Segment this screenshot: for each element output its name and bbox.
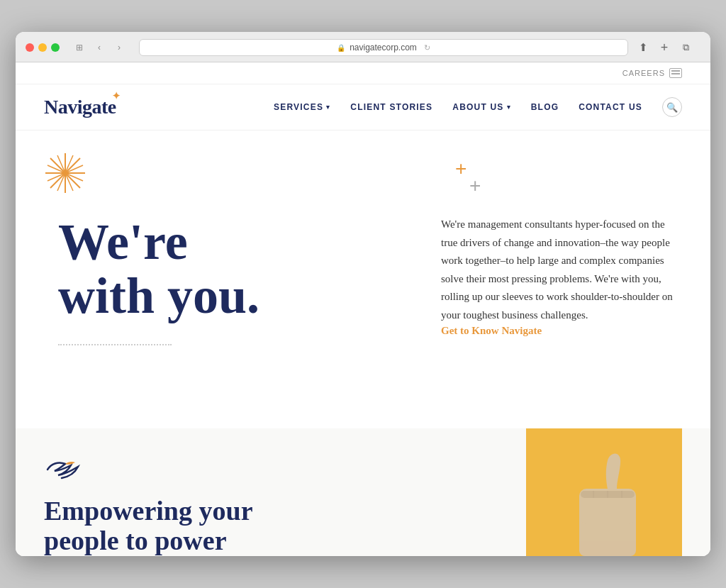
address-bar[interactable]: 🔒 navigatecorp.com ↻ [139,39,628,56]
nav-services[interactable]: SERVICES ▾ [274,102,330,112]
hero-title-line2: with you. [58,270,413,323]
browser-titlebar: ⊞ ‹ › 🔒 navigatecorp.com ↻ ⬆ + ⧉ [26,39,700,56]
hero-cta-label: Get to Know Navigate [441,325,542,336]
hero-right: + + We're management consultants hyper-f… [413,159,682,386]
bottom-title: Empowering your people to power [44,497,526,556]
bottom-image-panel [526,428,682,556]
browser-controls: ⊞ ‹ › [71,40,128,55]
hero-title: We're with you. [58,216,413,323]
fullscreen-button[interactable] [51,43,60,52]
share-button[interactable]: ⬆ [634,40,652,55]
tabs-button[interactable]: ⧉ [676,40,695,55]
back-button[interactable]: ‹ [91,40,108,55]
minimize-button[interactable] [38,43,47,52]
site-logo[interactable]: Navigate✦ [44,96,116,118]
hero-section: We're with you. + + We're management con… [16,131,710,428]
bottom-title-line2: people to power [44,526,526,556]
search-icon: 🔍 [666,102,678,113]
website-content: CAREERS Navigate✦ SERVICES ▾ CLIENT STOR… [16,62,710,556]
hero-description: We're management consultants hyper-focus… [441,216,682,324]
search-button[interactable]: 🔍 [662,97,682,117]
nav-client-stories[interactable]: CLIENT STORIES [350,102,432,112]
about-dropdown-arrow: ▾ [507,104,511,111]
careers-label: CAREERS [622,69,665,77]
lock-icon: 🔒 [337,44,345,52]
main-nav: Navigate✦ SERVICES ▾ CLIENT STORIES ABOU… [16,84,710,131]
new-tab-button[interactable]: + [655,40,674,55]
plus-decoration-orange: + [455,159,467,179]
nav-blog[interactable]: BLOG [531,102,559,112]
services-dropdown-arrow: ▾ [326,104,330,111]
browser-chrome: ⊞ ‹ › 🔒 navigatecorp.com ↻ ⬆ + ⧉ [16,32,710,62]
hero-cta-link[interactable]: Get to Know Navigate [441,325,542,336]
plus-decoration-gray: + [469,176,481,196]
bottom-left: Empowering your people to power [44,457,526,556]
bottom-section: Empowering your people to power [16,428,710,556]
reload-icon[interactable]: ↻ [424,43,430,52]
nav-about-us-label: ABOUT US [452,102,503,112]
browser-actions: ⬆ + ⧉ [634,40,695,55]
url-text: navigatecorp.com [350,43,417,52]
nav-about-us[interactable]: ABOUT US ▾ [452,102,510,112]
nav-contact-us[interactable]: CONTACT US [579,102,642,112]
hero-title-line1: We're [58,216,413,270]
thumbs-up-image [526,428,682,556]
sidebar-toggle-button[interactable]: ⊞ [71,40,88,55]
top-bar: CAREERS [16,62,710,84]
forward-button[interactable]: › [111,40,128,55]
careers-icon [669,68,682,78]
dotted-divider [58,344,172,345]
nav-services-label: SERVICES [274,102,323,112]
browser-window: ⊞ ‹ › 🔒 navigatecorp.com ↻ ⬆ + ⧉ [16,32,710,556]
close-button[interactable] [26,43,34,52]
hero-left: We're with you. [44,159,413,386]
nav-contact-us-label: CONTACT US [579,102,642,112]
traffic-lights [26,43,60,52]
nav-links: SERVICES ▾ CLIENT STORIES ABOUT US ▾ BLO… [274,97,682,117]
bottom-title-line1: Empowering your [44,497,526,526]
nav-blog-label: BLOG [531,102,559,112]
bird-logo [44,457,526,485]
careers-link[interactable]: CAREERS [622,68,682,78]
nav-client-stories-label: CLIENT STORIES [350,102,432,112]
